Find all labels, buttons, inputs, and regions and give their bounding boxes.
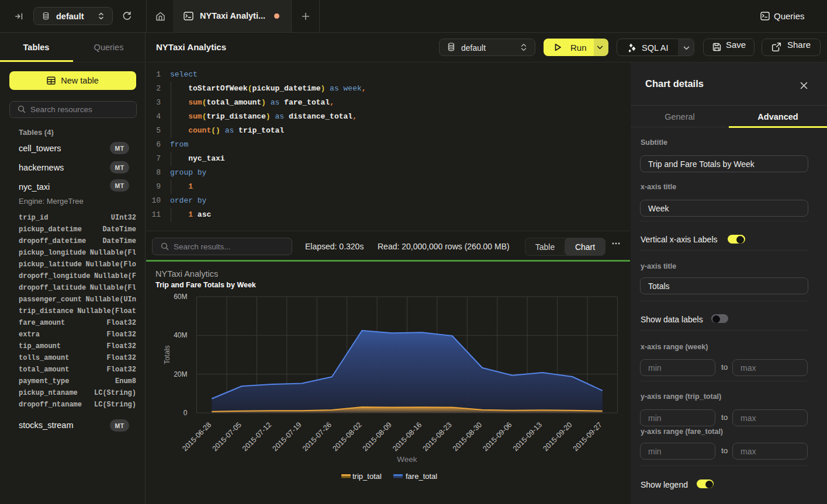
svg-text:40M: 40M — [174, 331, 187, 339]
svg-text:2015-07-12: 2015-07-12 — [241, 420, 273, 453]
svg-text:2015-09-06: 2015-09-06 — [482, 420, 514, 453]
svg-text:Totals: Totals — [163, 345, 171, 364]
svg-text:2015-08-23: 2015-08-23 — [421, 420, 454, 453]
svg-text:2015-08-02: 2015-08-02 — [331, 420, 363, 453]
svg-text:2015-09-20: 2015-09-20 — [541, 420, 573, 453]
svg-text:2015-07-19: 2015-07-19 — [271, 420, 303, 453]
svg-text:60M: 60M — [174, 293, 187, 301]
svg-text:2015-08-09: 2015-08-09 — [361, 420, 393, 453]
svg-text:2015-09-13: 2015-09-13 — [511, 420, 544, 453]
svg-text:Week: Week — [397, 455, 417, 464]
svg-text:2015-06-28: 2015-06-28 — [181, 420, 213, 453]
svg-text:0: 0 — [184, 409, 188, 417]
svg-text:trip_total: trip_total — [352, 472, 382, 481]
svg-text:2015-07-26: 2015-07-26 — [301, 420, 333, 453]
svg-text:20M: 20M — [174, 370, 187, 378]
svg-text:2015-09-27: 2015-09-27 — [572, 420, 604, 453]
svg-text:2015-08-16: 2015-08-16 — [391, 420, 423, 453]
svg-text:2015-08-30: 2015-08-30 — [451, 420, 483, 453]
svg-text:fare_total: fare_total — [406, 472, 437, 481]
svg-text:2015-07-05: 2015-07-05 — [211, 420, 243, 453]
